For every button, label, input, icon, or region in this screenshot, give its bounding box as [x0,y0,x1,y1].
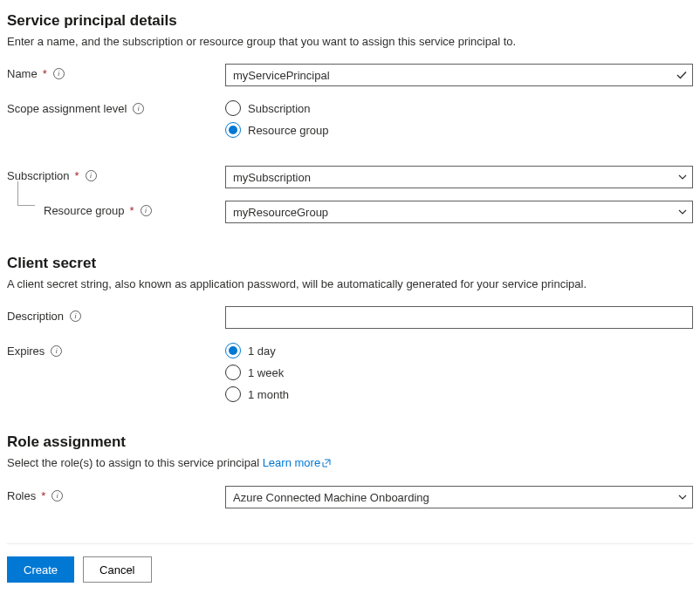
external-link-icon [322,457,331,470]
info-icon[interactable]: i [51,345,62,357]
description-input[interactable] [225,306,693,329]
resource-group-dropdown[interactable]: myResourceGroup [225,201,693,223]
info-icon[interactable]: i [51,490,63,501]
label-subscription: Subscription* i [7,166,225,182]
expires-radio-group: 1 day 1 week 1 month [225,341,693,402]
required-marker: * [75,169,79,182]
info-icon[interactable]: i [70,310,81,322]
cancel-button[interactable]: Cancel [83,556,151,583]
label-resource-group: Resource group* i [7,201,225,217]
label-name: Name* i [7,64,225,80]
section-desc-principal: Enter a name, and the subscription or re… [7,35,693,48]
subscription-dropdown[interactable]: mySubscription [225,166,693,188]
info-icon[interactable]: i [133,103,144,114]
tree-line-icon [17,181,35,206]
expires-radio-1week[interactable]: 1 week [225,365,693,380]
required-marker: * [43,67,47,80]
label-description: Description i [7,306,225,323]
name-input[interactable]: myServicePrincipal [225,64,693,86]
scope-radio-resource-group[interactable]: Resource group [225,122,693,138]
radio-label: Subscription [248,102,311,115]
info-icon[interactable]: i [141,205,152,216]
section-desc-role: Select the role(s) to assign to this ser… [7,456,693,470]
section-desc-secret: A client secret string, also known as ap… [7,277,693,290]
radio-label: 1 week [248,366,284,379]
expires-radio-1day[interactable]: 1 day [225,343,693,358]
label-scope: Scope assignment level i [7,99,225,115]
create-button[interactable]: Create [7,556,74,583]
section-heading-role: Role assignment [7,433,693,451]
roles-dropdown[interactable]: Azure Connected Machine Onboarding [225,486,693,508]
required-marker: * [41,489,45,502]
expires-radio-1month[interactable]: 1 month [225,386,693,402]
radio-label: 1 month [248,388,289,401]
scope-radio-group: Subscription Resource group [225,99,693,138]
footer-actions: Create Cancel [7,544,693,595]
info-icon[interactable]: i [86,170,97,181]
section-heading-secret: Client secret [7,255,693,272]
label-roles: Roles* i [7,486,225,502]
label-expires: Expires i [7,341,225,358]
learn-more-link[interactable]: Learn more [263,456,331,469]
radio-label: 1 day [248,345,276,358]
scope-radio-subscription[interactable]: Subscription [225,100,693,116]
section-heading-principal: Service principal details [7,12,693,30]
required-marker: * [130,204,134,217]
info-icon[interactable]: i [53,68,65,79]
radio-label: Resource group [248,124,329,137]
